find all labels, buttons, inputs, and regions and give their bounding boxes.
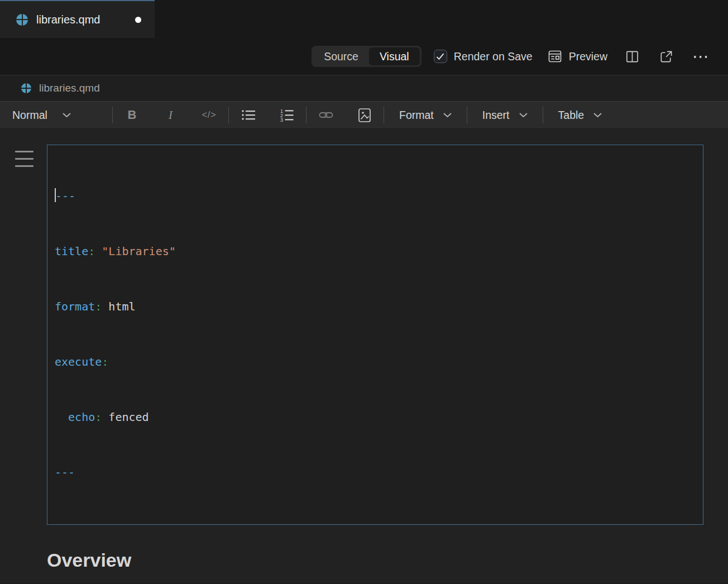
image-icon: [358, 108, 371, 123]
open-external-icon: [659, 50, 673, 64]
more-actions-button[interactable]: ⋯: [692, 48, 710, 65]
breadcrumb[interactable]: libraries.qmd: [0, 75, 728, 101]
inline-code-icon: </>: [202, 110, 216, 120]
paragraph-style-value: Normal: [12, 109, 47, 122]
yaml-token: :: [102, 355, 108, 368]
yaml-line: title: "Libraries": [55, 242, 696, 261]
ordered-list-icon: 1 2 3: [280, 108, 294, 122]
yaml-front-matter-block[interactable]: --- title: "Libraries" format: html exec…: [47, 145, 703, 525]
table-menu-label: Table: [558, 109, 585, 122]
yaml-token: title: [55, 245, 88, 258]
yaml-token: html: [102, 300, 135, 313]
yaml-token: ---: [55, 466, 75, 479]
yaml-token: ---: [55, 189, 75, 203]
format-menu[interactable]: Format: [384, 109, 467, 122]
editor-window: libraries.qmd Source Visual Render on Sa…: [0, 0, 728, 584]
insert-menu[interactable]: Insert: [467, 109, 543, 122]
bold-icon: B: [128, 108, 137, 122]
heading-overview: Overview: [47, 548, 703, 572]
open-external-button[interactable]: [659, 50, 673, 64]
source-visual-toggle: Source Visual: [312, 46, 422, 67]
insert-menu-label: Insert: [482, 109, 510, 122]
paragraph-style-dropdown[interactable]: Normal: [0, 109, 112, 122]
yaml-token: :: [95, 410, 102, 424]
preview-button[interactable]: Preview: [548, 49, 607, 64]
bullet-list-icon: [241, 109, 256, 121]
chevron-down-icon: [63, 113, 71, 118]
image-button[interactable]: [345, 108, 384, 123]
italic-icon: I: [169, 108, 173, 122]
bullet-list-button[interactable]: [229, 109, 267, 121]
yaml-token: execute: [55, 355, 102, 368]
quarto-file-icon: [21, 83, 31, 93]
chevron-down-icon: [593, 113, 602, 118]
yaml-token: echo: [55, 410, 95, 424]
split-editor-button[interactable]: [625, 50, 639, 64]
yaml-line: ---: [55, 187, 696, 205]
split-editor-icon: [625, 50, 639, 64]
yaml-token: "Libraries": [95, 245, 176, 258]
table-menu[interactable]: Table: [543, 109, 617, 122]
visual-editor-content[interactable]: --- title: "Libraries" format: html exec…: [0, 129, 728, 583]
yaml-line: format: html: [55, 298, 696, 316]
yaml-line: echo: fenced: [55, 408, 696, 427]
editor-action-bar: Source Visual Render on Save Preview: [0, 38, 728, 75]
link-button[interactable]: [306, 108, 345, 122]
bold-button[interactable]: B: [113, 108, 151, 122]
svg-text:3: 3: [280, 117, 283, 122]
render-on-save-label: Render on Save: [454, 50, 533, 63]
yaml-token: format: [55, 300, 95, 313]
yaml-token: :: [95, 300, 102, 313]
tab-bar: libraries.qmd: [0, 0, 728, 38]
block-drag-handle-icon[interactable]: [15, 151, 33, 167]
yaml-line: ---: [55, 463, 696, 482]
yaml-token: :: [88, 245, 95, 258]
visual-mode-button[interactable]: Visual: [369, 47, 420, 65]
render-on-save-checkbox[interactable]: [434, 50, 447, 63]
italic-button[interactable]: I: [151, 108, 190, 122]
breadcrumb-filename: libraries.qmd: [39, 82, 100, 94]
code-button[interactable]: </>: [190, 110, 228, 120]
chevron-down-icon: [519, 113, 528, 118]
source-mode-button[interactable]: Source: [313, 47, 369, 65]
format-menu-label: Format: [399, 109, 434, 122]
tab-libraries-qmd[interactable]: libraries.qmd: [0, 0, 155, 38]
link-icon: [319, 108, 333, 122]
yaml-token: fenced: [102, 410, 149, 424]
chevron-down-icon: [443, 113, 452, 118]
ordered-list-button[interactable]: 1 2 3: [267, 108, 306, 122]
quarto-file-icon: [16, 14, 28, 26]
tab-title: libraries.qmd: [36, 13, 100, 26]
checkmark-icon: [436, 53, 444, 60]
formatting-toolbar: Normal B I </> 1: [0, 101, 728, 129]
preview-label: Preview: [569, 50, 607, 63]
yaml-line: execute:: [55, 353, 696, 371]
preview-icon: [548, 49, 562, 64]
modified-indicator-icon[interactable]: [135, 17, 141, 23]
